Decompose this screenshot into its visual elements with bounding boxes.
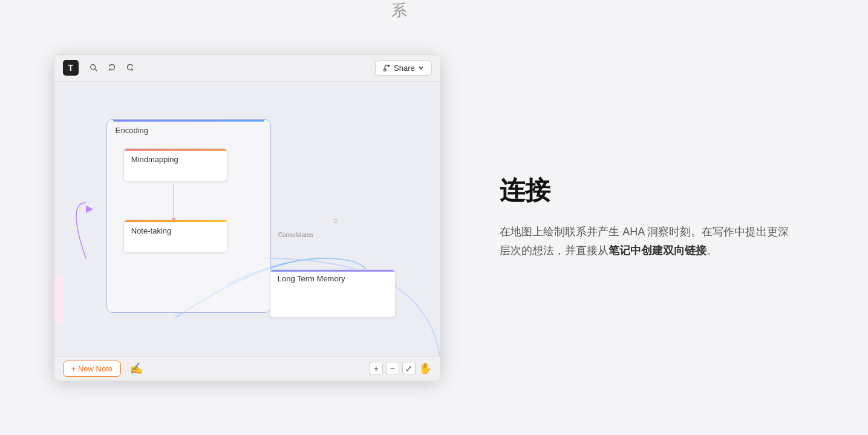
titlebar: T [54,55,440,82]
hand-tool-button[interactable]: ✋ [419,362,432,375]
zoom-in-button[interactable]: + [370,362,383,375]
panel-body-text2: 。 [706,244,717,257]
encoding-top-border [113,120,264,122]
cursor-dot: ○ [330,215,341,226]
titlebar-icons [87,61,137,74]
svg-line-1 [95,69,97,71]
flashcard-toolbar-icon[interactable]: ✍ [129,363,143,374]
arrow-left-indicator: ▶ [86,203,93,214]
ltm-top-border [270,270,395,272]
mindmapping-label: Mindmapping [124,151,227,167]
long-term-memory-card: Long Term Memory [270,269,396,318]
app-logo: T [63,60,79,76]
redo-icon[interactable] [123,61,137,74]
note-taking-card: Note-taking [123,220,227,253]
new-note-button[interactable]: + New Note [63,361,121,377]
svg-point-0 [91,65,96,70]
page-wrapper: 系 T [0,0,868,435]
left-pink-box [54,275,63,324]
text-panel: 连接 在地图上绘制联系并产生 AHA 洞察时刻。在写作中提出更深层次的想法，并直… [475,157,814,278]
panel-body-bold: 笔记中创建双向链接 [609,244,706,257]
expand-button[interactable]: ⤢ [402,362,416,375]
consolidates-label: Consolidates [278,232,313,238]
share-button[interactable]: Share [375,61,432,76]
panel-title: 连接 [500,175,790,206]
note-taking-label: Note-taking [124,222,227,238]
canvas-area: ▶ Encoding Mindmapping Note-taking Long … [54,82,440,356]
undo-icon[interactable] [105,61,119,74]
app-window: T [54,54,441,381]
flashcard-symbol: ✍ [129,363,143,374]
search-icon[interactable] [87,61,100,74]
share-label: Share [394,64,415,73]
svg-rect-2 [384,69,386,71]
top-char: 系 [391,0,407,21]
encoding-label: Encoding [116,126,148,135]
zoom-out-button[interactable]: − [386,362,399,375]
long-term-memory-label: Long Term Memory [270,270,395,286]
mindmapping-card: Mindmapping [123,148,227,182]
zoom-controls: + − ⤢ ✋ [370,362,432,375]
panel-body: 在地图上绘制联系并产生 AHA 洞察时刻。在写作中提出更深层次的想法，并直接从笔… [500,223,790,260]
bottom-toolbar: + New Note ✍ + − ⤢ ✋ [54,356,440,381]
